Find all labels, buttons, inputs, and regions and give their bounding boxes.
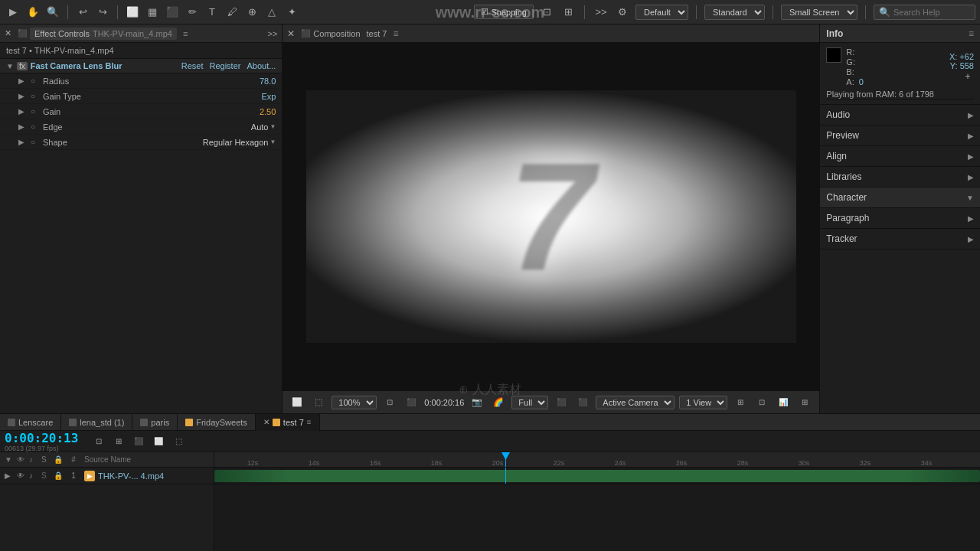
workspace-small-select[interactable]: Small Screen	[781, 5, 858, 20]
puppet-tool[interactable]: ✦	[283, 4, 300, 21]
timeline-track-1[interactable]	[214, 468, 980, 484]
header-solo: S	[41, 455, 51, 464]
layer-lock-1[interactable]: 🔒	[54, 471, 63, 480]
comp-camera-select[interactable]: Active Camera	[596, 396, 675, 409]
timeline-tab-friday[interactable]: FridaySweets	[178, 414, 256, 431]
comp-camera-icon[interactable]: 📷	[469, 394, 485, 411]
comp-zoom-select[interactable]: 100%	[332, 396, 377, 409]
redo-tool[interactable]: ↪	[94, 4, 111, 21]
ruler-16s: 16s	[370, 459, 381, 467]
clone-tool[interactable]: ⊕	[243, 4, 260, 21]
align-section[interactable]: Align ▶	[820, 146, 980, 167]
shape-tool[interactable]: ⬛	[164, 4, 181, 21]
effect-title: Fast Camera Lens Blur	[31, 61, 122, 70]
preview-section[interactable]: Preview ▶	[820, 126, 980, 146]
effect-controls-tab[interactable]: Effect Controls THK-PV-main_4.mp4	[30, 28, 177, 40]
panel-close-button[interactable]: ✕	[5, 28, 11, 38]
timeline-tab-lena[interactable]: lena_std (1)	[61, 414, 132, 431]
prop-value-gain[interactable]: 2.50	[230, 107, 276, 116]
comp-quality-icon[interactable]: ⬛	[553, 394, 570, 411]
timeline-tab-lenscare[interactable]: Lenscare	[0, 414, 61, 431]
settings-icon[interactable]: ⚙	[614, 4, 631, 21]
layer-row-1[interactable]: ▶ 👁 ♪ S 🔒 1 ▶ THK-PV-... 4.mp4	[0, 468, 214, 484]
layer-solo-1[interactable]: S	[41, 471, 51, 480]
paint-tool[interactable]: △	[263, 4, 280, 21]
text-tool[interactable]: T	[204, 4, 220, 21]
paragraph-section[interactable]: Paragraph ▶	[820, 208, 980, 229]
comp-chart-icon[interactable]: 📊	[775, 394, 792, 411]
camera-tool[interactable]: ⬜	[124, 4, 141, 21]
comp-color-icon[interactable]: 🌈	[490, 394, 507, 411]
prop-expand-gain[interactable]: ▶	[18, 107, 28, 116]
more-tools[interactable]: >>	[593, 4, 609, 21]
layer-tool[interactable]: ▦	[144, 4, 161, 21]
prop-expand-edge[interactable]: ▶	[18, 122, 28, 131]
layer-headers: ▼ 👁 ♪ S 🔒 # Source Name	[0, 452, 214, 468]
register-button[interactable]: Register	[209, 61, 240, 70]
add-keyframe[interactable]: ⬜	[150, 433, 167, 450]
timeline-tab-paris[interactable]: paris	[132, 414, 178, 431]
comp-close[interactable]: ✕	[287, 28, 295, 39]
pen-tool[interactable]: ✏	[184, 4, 201, 21]
timeline-controls: 0:00:20:13 00613 (29.97 fps) ⊡ ⊞ ⬛ ⬜ ⬚	[0, 431, 980, 452]
info-plus-button[interactable]: +	[962, 70, 974, 83]
workspace-default-select[interactable]: Default	[635, 5, 688, 20]
zoom-tool[interactable]: 🔍	[44, 4, 61, 21]
workspace-standard-select[interactable]: Standard	[704, 5, 765, 20]
prop-row-gain: ▶ ○ Gain 2.50	[0, 104, 282, 119]
comp-3d-icon[interactable]: ⬛	[574, 394, 591, 411]
undo-tool[interactable]: ↩	[74, 4, 91, 21]
path-tool[interactable]: 🖊	[224, 4, 240, 21]
audio-section[interactable]: Audio ▶	[820, 105, 980, 126]
graph-editor[interactable]: ⬚	[170, 433, 187, 450]
search-input[interactable]	[893, 8, 970, 17]
info-menu[interactable]: ≡	[969, 28, 974, 39]
comp-quality-select[interactable]: Full	[511, 396, 548, 409]
comp-toggle-icon[interactable]: ⊡	[753, 394, 770, 411]
layer-expand-1[interactable]: ▶	[5, 471, 14, 480]
libraries-section[interactable]: Libraries ▶	[820, 167, 980, 187]
layout-icon[interactable]: ⊞	[560, 4, 577, 21]
prop-expand-shape[interactable]: ▶	[18, 138, 28, 146]
panel-expand[interactable]: >>	[268, 29, 278, 38]
about-button[interactable]: About...	[247, 61, 276, 70]
comp-grid-icon[interactable]: ⊞	[796, 394, 813, 411]
prop-value-gaintype[interactable]: Exp	[230, 92, 276, 101]
snapping-button[interactable]: ☑ Snapping	[474, 5, 534, 19]
prop-value-radius[interactable]: 78.0	[230, 77, 276, 86]
hand-tool[interactable]: ✋	[24, 4, 41, 21]
timeline-tabs: Lenscare lena_std (1) paris FridaySweets…	[0, 414, 320, 431]
magnet-icon[interactable]: ⊡	[538, 4, 555, 21]
comp-resolution-icon[interactable]: ⬛	[403, 394, 420, 411]
prop-value-shape[interactable]: Regular Hexagon ▼	[203, 138, 276, 147]
add-marker[interactable]: ⬛	[130, 433, 147, 450]
prop-expand-radius[interactable]: ▶	[18, 77, 28, 85]
tracker-title: Tracker	[826, 233, 857, 244]
layer-audio-1[interactable]: ♪	[29, 471, 38, 480]
effect-controls-panel: ✕ ⬛ Effect Controls THK-PV-main_4.mp4 ≡ …	[0, 24, 283, 413]
character-section[interactable]: Character ▼	[820, 187, 980, 208]
comp-toggle-grid[interactable]: ⬚	[310, 394, 327, 411]
comp-view-select[interactable]: 1 View	[679, 396, 727, 409]
prop-row-edge: ▶ ○ Edge Auto ▼	[0, 119, 282, 135]
comp-toggle-alpha[interactable]: ⬜	[289, 394, 305, 411]
comp-tab-label[interactable]: Composition	[313, 29, 360, 38]
prop-expand-gaintype[interactable]: ▶	[18, 92, 28, 100]
track-playhead	[505, 468, 506, 484]
next-keyframe[interactable]: ⊞	[110, 433, 127, 450]
select-tool[interactable]: ▶	[5, 4, 21, 21]
timeline-tab-test7[interactable]: ✕ test 7 ≡	[256, 414, 320, 431]
sep3	[584, 5, 585, 19]
timecode-sub: 00613 (29.97 fps)	[5, 445, 81, 452]
comp-view-icon[interactable]: ⊞	[732, 394, 749, 411]
composition-panel: ✕ ⬛ Composition test 7 ≡ 人人素材社区 人人素材社区 人…	[283, 24, 819, 413]
tracker-section[interactable]: Tracker ▶	[820, 229, 980, 249]
comp-fit-icon[interactable]: ⊡	[381, 394, 398, 411]
prop-value-edge[interactable]: Auto ▼	[251, 122, 276, 132]
tab-test7-close[interactable]: ✕	[263, 418, 270, 426]
layer-eye-1[interactable]: 👁	[17, 471, 26, 480]
reset-button[interactable]: Reset	[181, 61, 204, 70]
prev-keyframe[interactable]: ⊡	[90, 433, 107, 450]
character-arrow: ▼	[966, 194, 974, 202]
expand-arrow[interactable]: ▼	[6, 62, 14, 70]
